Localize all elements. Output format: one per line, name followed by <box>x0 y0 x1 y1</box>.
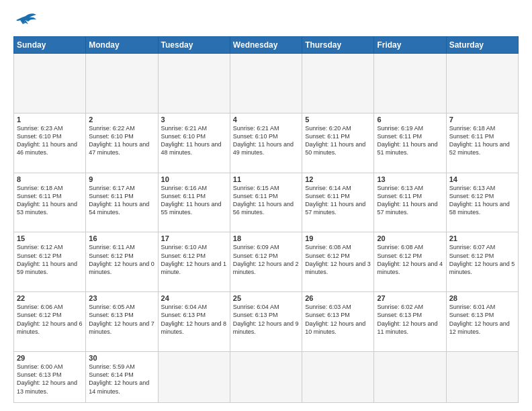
day-number: 19 <box>305 234 371 242</box>
day-number: 8 <box>17 175 83 183</box>
day-info: Sunrise: 6:07 AMSunset: 6:12 PMDaylight:… <box>449 243 515 276</box>
table-cell: 10Sunrise: 6:16 AMSunset: 6:11 PMDayligh… <box>158 173 230 232</box>
day-number: 29 <box>17 354 83 362</box>
day-number: 3 <box>161 116 227 124</box>
week-row: 8Sunrise: 6:18 AMSunset: 6:11 PMDaylight… <box>14 173 519 232</box>
day-number: 9 <box>89 175 154 183</box>
table-cell <box>302 54 374 113</box>
table-cell: 1Sunrise: 6:23 AMSunset: 6:10 PMDaylight… <box>14 113 86 173</box>
table-cell: 19Sunrise: 6:08 AMSunset: 6:12 PMDayligh… <box>302 232 374 292</box>
day-number: 16 <box>89 234 154 242</box>
table-cell: 15Sunrise: 6:12 AMSunset: 6:12 PMDayligh… <box>14 232 86 292</box>
day-info: Sunrise: 6:19 AMSunset: 6:11 PMDaylight:… <box>377 124 443 157</box>
table-cell: 4Sunrise: 6:21 AMSunset: 6:10 PMDaylight… <box>230 113 302 173</box>
day-info: Sunrise: 6:08 AMSunset: 6:12 PMDaylight:… <box>377 243 443 276</box>
day-info: Sunrise: 6:02 AMSunset: 6:13 PMDaylight:… <box>377 303 443 336</box>
day-number: 21 <box>449 234 515 242</box>
table-cell: 21Sunrise: 6:07 AMSunset: 6:12 PMDayligh… <box>446 232 518 292</box>
table-cell: 5Sunrise: 6:20 AMSunset: 6:11 PMDaylight… <box>302 113 374 173</box>
day-number: 14 <box>449 175 515 183</box>
col-friday: Friday <box>374 37 446 54</box>
table-cell <box>446 54 518 113</box>
day-number: 10 <box>161 175 227 183</box>
table-cell <box>446 352 518 403</box>
day-number: 27 <box>377 294 443 302</box>
day-info: Sunrise: 6:14 AMSunset: 6:11 PMDaylight:… <box>305 184 371 217</box>
day-info: Sunrise: 6:18 AMSunset: 6:11 PMDaylight:… <box>17 184 83 217</box>
table-cell: 28Sunrise: 6:01 AMSunset: 6:13 PMDayligh… <box>446 292 518 352</box>
day-number: 7 <box>449 116 515 124</box>
day-number: 20 <box>377 234 443 242</box>
week-row: 15Sunrise: 6:12 AMSunset: 6:12 PMDayligh… <box>14 232 519 292</box>
col-thursday: Thursday <box>302 37 374 54</box>
day-info: Sunrise: 6:22 AMSunset: 6:10 PMDaylight:… <box>89 124 154 157</box>
table-cell: 25Sunrise: 6:04 AMSunset: 6:13 PMDayligh… <box>230 292 302 352</box>
week-row: 22Sunrise: 6:06 AMSunset: 6:12 PMDayligh… <box>14 292 519 352</box>
table-cell: 12Sunrise: 6:14 AMSunset: 6:11 PMDayligh… <box>302 173 374 232</box>
table-cell: 13Sunrise: 6:13 AMSunset: 6:11 PMDayligh… <box>374 173 446 232</box>
day-info: Sunrise: 6:21 AMSunset: 6:10 PMDaylight:… <box>161 124 227 157</box>
header <box>13 11 519 30</box>
table-cell: 8Sunrise: 6:18 AMSunset: 6:11 PMDaylight… <box>14 173 86 232</box>
table-cell: 9Sunrise: 6:17 AMSunset: 6:11 PMDaylight… <box>86 173 158 232</box>
table-cell <box>302 352 374 403</box>
table-cell: 20Sunrise: 6:08 AMSunset: 6:12 PMDayligh… <box>374 232 446 292</box>
day-number: 26 <box>305 294 371 302</box>
table-cell <box>158 352 230 403</box>
day-info: Sunrise: 6:04 AMSunset: 6:13 PMDaylight:… <box>233 303 299 336</box>
day-number: 17 <box>161 234 227 242</box>
day-info: Sunrise: 6:20 AMSunset: 6:11 PMDaylight:… <box>305 124 371 157</box>
day-info: Sunrise: 6:01 AMSunset: 6:13 PMDaylight:… <box>449 303 515 336</box>
day-info: Sunrise: 6:05 AMSunset: 6:13 PMDaylight:… <box>89 303 154 336</box>
table-cell <box>14 54 86 113</box>
table-cell: 14Sunrise: 6:13 AMSunset: 6:12 PMDayligh… <box>446 173 518 232</box>
day-info: Sunrise: 6:16 AMSunset: 6:11 PMDaylight:… <box>161 184 227 217</box>
table-cell: 27Sunrise: 6:02 AMSunset: 6:13 PMDayligh… <box>374 292 446 352</box>
day-info: Sunrise: 6:23 AMSunset: 6:10 PMDaylight:… <box>17 124 83 157</box>
calendar: Sunday Monday Tuesday Wednesday Thursday… <box>13 36 519 403</box>
table-cell: 18Sunrise: 6:09 AMSunset: 6:12 PMDayligh… <box>230 232 302 292</box>
day-info: Sunrise: 6:18 AMSunset: 6:11 PMDaylight:… <box>449 124 515 157</box>
day-number: 22 <box>17 294 83 302</box>
day-info: Sunrise: 6:10 AMSunset: 6:12 PMDaylight:… <box>161 243 227 276</box>
table-cell: 2Sunrise: 6:22 AMSunset: 6:10 PMDaylight… <box>86 113 158 173</box>
week-row: 29Sunrise: 6:00 AMSunset: 6:13 PMDayligh… <box>14 352 519 403</box>
day-number: 30 <box>89 354 154 362</box>
day-info: Sunrise: 5:59 AMSunset: 6:14 PMDaylight:… <box>89 363 154 396</box>
table-cell <box>374 352 446 403</box>
day-info: Sunrise: 6:04 AMSunset: 6:13 PMDaylight:… <box>161 303 227 336</box>
table-cell <box>230 54 302 113</box>
logo-icon <box>13 11 38 30</box>
col-wednesday: Wednesday <box>230 37 302 54</box>
day-number: 6 <box>377 116 443 124</box>
table-cell <box>158 54 230 113</box>
day-info: Sunrise: 6:13 AMSunset: 6:12 PMDaylight:… <box>449 184 515 217</box>
table-cell: 11Sunrise: 6:15 AMSunset: 6:11 PMDayligh… <box>230 173 302 232</box>
table-cell: 23Sunrise: 6:05 AMSunset: 6:13 PMDayligh… <box>86 292 158 352</box>
table-cell: 6Sunrise: 6:19 AMSunset: 6:11 PMDaylight… <box>374 113 446 173</box>
table-cell: 22Sunrise: 6:06 AMSunset: 6:12 PMDayligh… <box>14 292 86 352</box>
day-number: 25 <box>233 294 299 302</box>
day-info: Sunrise: 6:13 AMSunset: 6:11 PMDaylight:… <box>377 184 443 217</box>
day-number: 18 <box>233 234 299 242</box>
day-number: 13 <box>377 175 443 183</box>
day-info: Sunrise: 6:11 AMSunset: 6:12 PMDaylight:… <box>89 243 154 276</box>
day-info: Sunrise: 6:15 AMSunset: 6:11 PMDaylight:… <box>233 184 299 217</box>
day-info: Sunrise: 6:09 AMSunset: 6:12 PMDaylight:… <box>233 243 299 276</box>
day-number: 12 <box>305 175 371 183</box>
week-row: 1Sunrise: 6:23 AMSunset: 6:10 PMDaylight… <box>14 113 519 173</box>
col-tuesday: Tuesday <box>158 37 230 54</box>
day-number: 5 <box>305 116 371 124</box>
day-number: 15 <box>17 234 83 242</box>
day-info: Sunrise: 6:06 AMSunset: 6:12 PMDaylight:… <box>17 303 83 336</box>
col-monday: Monday <box>86 37 158 54</box>
table-cell: 26Sunrise: 6:03 AMSunset: 6:13 PMDayligh… <box>302 292 374 352</box>
table-cell <box>230 352 302 403</box>
day-number: 24 <box>161 294 227 302</box>
table-cell <box>86 54 158 113</box>
col-sunday: Sunday <box>14 37 86 54</box>
header-row: Sunday Monday Tuesday Wednesday Thursday… <box>14 37 519 54</box>
col-saturday: Saturday <box>446 37 518 54</box>
day-info: Sunrise: 6:12 AMSunset: 6:12 PMDaylight:… <box>17 243 83 276</box>
table-cell: 7Sunrise: 6:18 AMSunset: 6:11 PMDaylight… <box>446 113 518 173</box>
